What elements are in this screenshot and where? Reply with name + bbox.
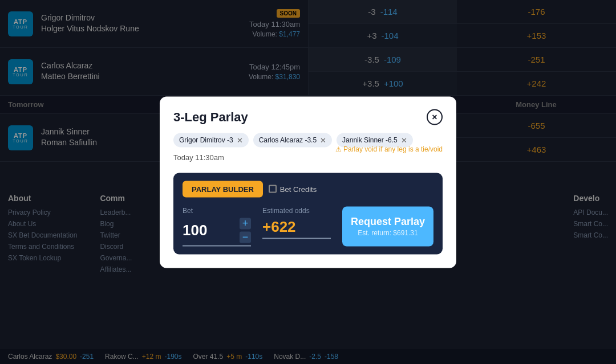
estimated-odds-label: Estimated odds xyxy=(262,206,331,214)
bet-credits-text: Bet Credits xyxy=(280,185,317,193)
bet-stepper: + − xyxy=(240,218,251,243)
leg-label-1: Grigor Dimitrov -3 xyxy=(179,136,233,144)
modal-overlay: 3-Leg Parlay × Grigor Dimitrov -3 ✕ Carl… xyxy=(0,0,616,364)
estimated-odds-value: +622 xyxy=(262,218,331,239)
estimated-odds-group: Estimated odds +622 xyxy=(262,206,331,239)
modal-header: 3-Leg Parlay × xyxy=(173,109,443,125)
bet-increase-button[interactable]: + xyxy=(240,218,251,229)
request-parlay-return: Est. return: $691.31 xyxy=(358,229,418,237)
leg-label-3: Jannik Sinner -6.5 xyxy=(342,136,398,144)
leg-chip-1: Grigor Dimitrov -3 ✕ xyxy=(173,133,249,147)
bet-credits-label: Bet Credits xyxy=(269,185,317,193)
modal-close-button[interactable]: × xyxy=(427,109,443,125)
modal-body: PARLAY BULDER Bet Credits Bet 100 + − xyxy=(173,173,443,254)
leg-label-2: Carlos Alcaraz -3.5 xyxy=(259,136,317,144)
bet-label: Bet xyxy=(183,206,251,214)
bet-credits-checkbox[interactable] xyxy=(269,185,277,193)
parlay-warning: ⚠ Parlay void if any leg is a tie/void xyxy=(335,145,443,153)
leg-remove-2[interactable]: ✕ xyxy=(320,136,326,144)
parlay-modal: 3-Leg Parlay × Grigor Dimitrov -3 ✕ Carl… xyxy=(160,96,456,268)
leg-chip-2: Carlos Alcaraz -3.5 ✕ xyxy=(253,133,332,147)
bet-input-wrap: 100 + − xyxy=(183,218,251,246)
request-parlay-label: Request Parlay xyxy=(351,216,425,228)
leg-remove-1[interactable]: ✕ xyxy=(237,136,243,144)
bet-decrease-button[interactable]: − xyxy=(240,231,251,243)
parlay-builder-tab[interactable]: PARLAY BULDER xyxy=(183,181,263,197)
bet-value[interactable]: 100 xyxy=(183,222,235,239)
bet-row: Bet 100 + − Estimated odds +622 Request … xyxy=(183,206,433,246)
bet-input-group: Bet 100 + − xyxy=(183,206,251,246)
modal-title: 3-Leg Parlay xyxy=(173,109,248,124)
parlay-time: Today 11:30am xyxy=(173,153,224,161)
request-parlay-button[interactable]: Request Parlay Est. return: $691.31 xyxy=(342,206,433,246)
tab-row: PARLAY BULDER Bet Credits xyxy=(183,181,433,197)
parlay-info-row: Today 11:30am ⚠ Parlay void if any leg i… xyxy=(173,153,443,165)
leg-remove-3[interactable]: ✕ xyxy=(401,136,407,144)
